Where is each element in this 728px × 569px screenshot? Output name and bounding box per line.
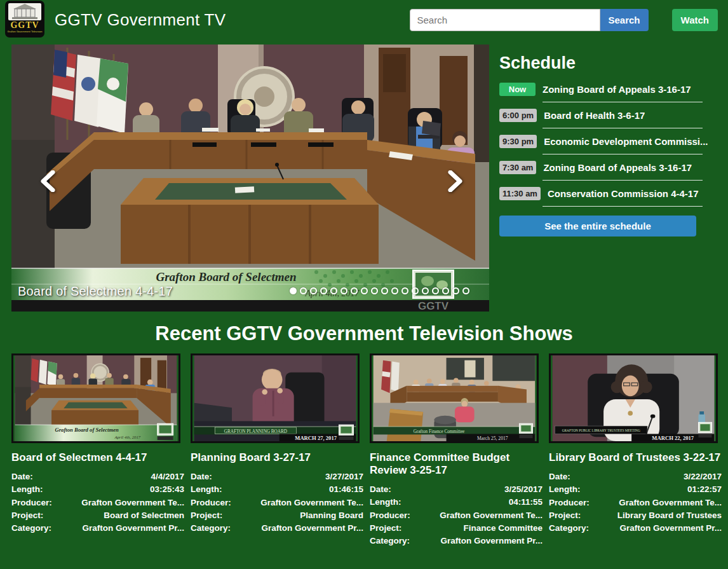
carousel-dot[interactable] (340, 287, 347, 294)
carousel-dot[interactable] (381, 287, 388, 294)
carousel-dot[interactable] (462, 287, 469, 294)
logo-subtext: Grafton Government Television (7, 30, 42, 33)
watch-button[interactable]: Watch (672, 9, 718, 31)
show-card: Grafton Finance Committee March 25, 2017… (370, 353, 543, 547)
meta-label: Date: (549, 470, 570, 483)
meta-label: Category: (191, 522, 231, 535)
meta-label: Date: (370, 483, 391, 496)
meta-label: Date: (191, 470, 212, 483)
recent-shows-heading: Recent GGTV Government Television Shows (0, 322, 728, 345)
meta-label: Date: (11, 470, 33, 483)
carousel-dot[interactable] (401, 287, 408, 294)
meta-value: 3/25/2017 (504, 483, 543, 496)
show-title-link[interactable]: Board of Selectmen 4-4-17 (11, 451, 184, 464)
meta-value: Grafton Government Pr... (261, 522, 363, 535)
carousel-dot[interactable] (412, 287, 419, 294)
ggtv-logo[interactable]: GGTV Grafton Government Television (5, 1, 44, 38)
schedule-item-title[interactable]: Zoning Board of Appeals 3-16-17 (543, 162, 692, 173)
see-entire-schedule-button[interactable]: See the entire schedule (499, 216, 696, 237)
show-title-link[interactable]: Planning Board 3-27-17 (191, 451, 363, 464)
schedule-item[interactable]: 7:30 am Zoning Board of Appeals 3-16-17 (499, 161, 708, 174)
header: GGTV Grafton Government Television GGTV … (0, 0, 728, 39)
meta-label: Producer: (11, 497, 52, 509)
carousel-dot[interactable] (330, 287, 337, 294)
divider (543, 154, 703, 154)
meta-row: Date:3/22/2017 (549, 470, 722, 483)
show-thumbnail[interactable]: Grafton Finance Committee March 25, 2017 (370, 353, 539, 443)
meta-label: Length: (11, 483, 43, 496)
schedule-time-badge: 9:30 pm (499, 135, 537, 148)
meta-row: Producer:Grafton Government Te... (11, 497, 184, 509)
divider (543, 102, 703, 102)
meta-row: Category:Grafton Government Pr... (191, 522, 363, 535)
video-player[interactable]: Grafton Board of Selectmen April 4th, 20… (11, 45, 489, 312)
meta-label: Project: (191, 509, 222, 522)
carousel-dot[interactable] (442, 287, 449, 294)
thumb-banner-date: MARCH 22, 2017 (652, 435, 694, 441)
schedule-item-title[interactable]: Board of Health 3-6-17 (544, 110, 645, 121)
video-watermark: GGTV (418, 300, 449, 312)
search-button[interactable]: Search (600, 9, 649, 31)
carousel-next-arrow[interactable] (447, 170, 464, 192)
meta-value: Grafton Government Te... (260, 497, 363, 509)
meta-label: Project: (370, 522, 401, 535)
carousel-dot[interactable] (310, 287, 317, 294)
carousel-dot[interactable] (432, 287, 439, 294)
carousel-dots (290, 287, 469, 294)
carousel-dot[interactable] (391, 287, 398, 294)
meta-row: Length:03:25:43 (11, 483, 184, 496)
meta-label: Category: (370, 535, 410, 547)
meta-row: Category:Grafton Government Pr... (549, 522, 722, 535)
show-title-link[interactable]: Library Board of Trustees 3-22-17 (549, 451, 722, 464)
carousel-dot[interactable] (320, 287, 327, 294)
show-card: GRAFTON PUBLIC LIBRARY TRUSTEES MEETING … (549, 353, 722, 547)
divider (543, 180, 703, 181)
schedule-sidebar: Schedule Now Zoning Board of Appeals 3-1… (499, 45, 708, 312)
meta-row: Project:Planning Board (191, 509, 363, 522)
schedule-item[interactable]: 9:30 pm Economic Development Commissi... (499, 135, 708, 148)
carousel-dot[interactable] (422, 287, 429, 294)
schedule-item-title[interactable]: Zoning Board of Appeals 3-16-17 (543, 84, 691, 95)
schedule-item[interactable]: 11:30 am Conservation Commission 4-4-17 (499, 187, 708, 200)
meta-value: Board of Selectmen (104, 509, 184, 522)
schedule-item[interactable]: Now Zoning Board of Appeals 3-16-17 (499, 83, 708, 96)
carousel-dot[interactable] (371, 287, 378, 294)
carousel-prev-arrow[interactable] (39, 170, 56, 192)
search-input[interactable] (410, 9, 600, 31)
schedule-item[interactable]: 6:00 pm Board of Health 3-6-17 (499, 109, 708, 122)
carousel-dot[interactable] (290, 287, 297, 294)
show-thumbnail[interactable]: Grafton Board of Selectmen April 4th, 20… (11, 353, 180, 443)
meta-row: Date:3/25/2017 (370, 483, 543, 496)
meta-label: Project: (11, 509, 43, 522)
meta-value: Grafton Government Te... (81, 497, 184, 509)
meta-value: 04:11:55 (509, 496, 543, 509)
meta-value: Library Board of Trustees (617, 509, 722, 522)
meta-value: 01:22:57 (687, 483, 722, 496)
schedule-time-badge: 7:30 am (499, 161, 536, 174)
video-frame: Grafton Board of Selectmen April 4th, 20… (11, 45, 489, 312)
meta-row: Producer:Grafton Government Te... (370, 509, 543, 522)
carousel-dot[interactable] (452, 287, 459, 294)
thumb-banner-date: March 25, 2017 (477, 435, 508, 441)
meta-value: Grafton Government Pr... (619, 522, 722, 535)
carousel-dot[interactable] (351, 287, 358, 294)
show-thumbnail[interactable]: GRAFTON PLANNING BOARD MARCH 27, 2017 (191, 353, 360, 443)
meta-row: Project:Library Board of Trustees (549, 509, 722, 522)
show-thumbnail[interactable]: GRAFTON PUBLIC LIBRARY TRUSTEES MEETING … (549, 353, 718, 443)
schedule-time-badge: 11:30 am (499, 187, 541, 200)
thumb-banner-date: April 4th, 2017 (114, 435, 140, 439)
carousel-dot[interactable] (361, 287, 368, 294)
thumb-banner-title: GRAFTON PUBLIC LIBRARY TRUSTEES MEETING (562, 428, 640, 432)
schedule-item-title[interactable]: Economic Development Commissi... (544, 136, 708, 147)
schedule-item-title[interactable]: Conservation Commission 4-4-17 (548, 188, 699, 199)
meta-label: Producer: (549, 497, 590, 509)
show-title-link[interactable]: Finance Committee Budget Review 3-25-17 (370, 451, 543, 477)
meta-value: 01:46:15 (329, 483, 363, 496)
meta-value: 3/22/2017 (684, 470, 722, 483)
meta-value: Planning Board (300, 509, 363, 522)
schedule-heading: Schedule (499, 53, 708, 73)
show-card: Grafton Board of Selectmen April 4th, 20… (11, 353, 184, 547)
meta-label: Length: (370, 496, 401, 509)
carousel-dot[interactable] (300, 287, 307, 294)
video-banner-title: Grafton Board of Selectmen (156, 270, 296, 284)
